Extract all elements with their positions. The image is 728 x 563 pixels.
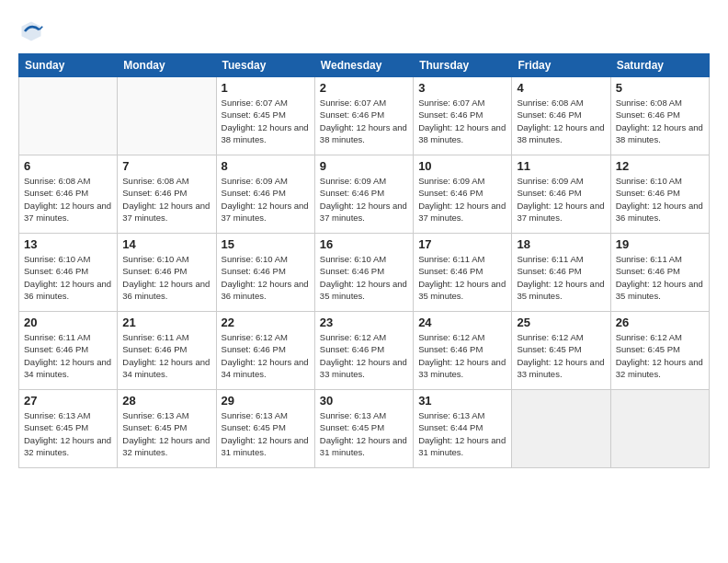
calendar-cell: 1Sunrise: 6:07 AM Sunset: 6:45 PM Daylig… [216, 77, 314, 155]
calendar-body: 1Sunrise: 6:07 AM Sunset: 6:45 PM Daylig… [19, 77, 710, 468]
day-info: Sunrise: 6:09 AM Sunset: 6:46 PM Dayligh… [517, 175, 605, 224]
calendar-cell: 26Sunrise: 6:12 AM Sunset: 6:45 PM Dayli… [610, 312, 709, 390]
calendar-cell: 4Sunrise: 6:08 AM Sunset: 6:46 PM Daylig… [512, 77, 610, 155]
day-info: Sunrise: 6:13 AM Sunset: 6:44 PM Dayligh… [418, 409, 506, 458]
calendar-cell: 10Sunrise: 6:09 AM Sunset: 6:46 PM Dayli… [414, 155, 512, 234]
day-info: Sunrise: 6:12 AM Sunset: 6:46 PM Dayligh… [222, 331, 310, 380]
day-number: 9 [320, 159, 408, 173]
day-number: 12 [616, 159, 704, 173]
calendar-cell: 22Sunrise: 6:12 AM Sunset: 6:46 PM Dayli… [216, 312, 314, 390]
calendar-cell: 15Sunrise: 6:10 AM Sunset: 6:46 PM Dayli… [216, 234, 314, 312]
weekday-header: Wednesday [314, 54, 413, 77]
day-info: Sunrise: 6:08 AM Sunset: 6:46 PM Dayligh… [616, 97, 704, 145]
day-number: 15 [222, 237, 310, 251]
day-number: 4 [517, 81, 605, 95]
day-info: Sunrise: 6:07 AM Sunset: 6:46 PM Dayligh… [320, 97, 408, 145]
calendar-cell: 23Sunrise: 6:12 AM Sunset: 6:46 PM Dayli… [314, 312, 413, 390]
calendar-cell: 30Sunrise: 6:13 AM Sunset: 6:45 PM Dayli… [314, 390, 413, 468]
page-header [18, 18, 710, 44]
calendar-cell [118, 77, 216, 155]
day-number: 17 [418, 237, 506, 251]
day-info: Sunrise: 6:07 AM Sunset: 6:45 PM Dayligh… [222, 97, 310, 145]
calendar-cell: 25Sunrise: 6:12 AM Sunset: 6:45 PM Dayli… [512, 312, 610, 390]
day-number: 24 [418, 316, 506, 329]
day-info: Sunrise: 6:11 AM Sunset: 6:46 PM Dayligh… [616, 253, 704, 302]
day-number: 20 [24, 316, 112, 329]
day-info: Sunrise: 6:08 AM Sunset: 6:46 PM Dayligh… [122, 175, 210, 224]
day-info: Sunrise: 6:10 AM Sunset: 6:46 PM Dayligh… [616, 175, 704, 224]
day-number: 26 [616, 316, 704, 329]
day-info: Sunrise: 6:09 AM Sunset: 6:46 PM Dayligh… [418, 175, 506, 224]
day-number: 28 [122, 394, 210, 408]
calendar-cell: 14Sunrise: 6:10 AM Sunset: 6:46 PM Dayli… [118, 234, 216, 312]
svg-marker-0 [22, 22, 41, 41]
day-info: Sunrise: 6:08 AM Sunset: 6:46 PM Dayligh… [24, 175, 112, 224]
day-number: 11 [517, 159, 605, 173]
day-info: Sunrise: 6:10 AM Sunset: 6:46 PM Dayligh… [122, 253, 210, 302]
day-info: Sunrise: 6:13 AM Sunset: 6:45 PM Dayligh… [24, 409, 112, 458]
calendar-cell: 20Sunrise: 6:11 AM Sunset: 6:46 PM Dayli… [19, 312, 118, 390]
calendar-cell [19, 77, 118, 155]
day-info: Sunrise: 6:09 AM Sunset: 6:46 PM Dayligh… [222, 175, 310, 224]
calendar-cell: 3Sunrise: 6:07 AM Sunset: 6:46 PM Daylig… [414, 77, 512, 155]
day-info: Sunrise: 6:11 AM Sunset: 6:46 PM Dayligh… [122, 331, 210, 380]
calendar-cell: 6Sunrise: 6:08 AM Sunset: 6:46 PM Daylig… [19, 155, 118, 234]
day-number: 5 [616, 81, 704, 95]
day-info: Sunrise: 6:13 AM Sunset: 6:45 PM Dayligh… [122, 409, 210, 458]
day-number: 1 [222, 81, 310, 95]
day-number: 2 [320, 81, 408, 95]
logo-icon [18, 18, 44, 44]
day-info: Sunrise: 6:12 AM Sunset: 6:45 PM Dayligh… [517, 331, 605, 380]
day-number: 7 [122, 159, 210, 173]
calendar-cell: 18Sunrise: 6:11 AM Sunset: 6:46 PM Dayli… [512, 234, 610, 312]
calendar-week-row: 13Sunrise: 6:10 AM Sunset: 6:46 PM Dayli… [19, 234, 710, 312]
day-info: Sunrise: 6:11 AM Sunset: 6:46 PM Dayligh… [24, 331, 112, 380]
calendar-cell: 31Sunrise: 6:13 AM Sunset: 6:44 PM Dayli… [414, 390, 512, 468]
calendar-cell [512, 390, 610, 468]
logo [18, 18, 48, 44]
calendar-cell: 24Sunrise: 6:12 AM Sunset: 6:46 PM Dayli… [414, 312, 512, 390]
calendar-cell: 7Sunrise: 6:08 AM Sunset: 6:46 PM Daylig… [118, 155, 216, 234]
calendar-cell: 16Sunrise: 6:10 AM Sunset: 6:46 PM Dayli… [314, 234, 413, 312]
calendar-cell: 11Sunrise: 6:09 AM Sunset: 6:46 PM Dayli… [512, 155, 610, 234]
day-number: 10 [418, 159, 506, 173]
weekday-header: Thursday [414, 54, 512, 77]
day-info: Sunrise: 6:09 AM Sunset: 6:46 PM Dayligh… [320, 175, 408, 224]
day-info: Sunrise: 6:11 AM Sunset: 6:46 PM Dayligh… [418, 253, 506, 302]
weekday-header: Tuesday [216, 54, 314, 77]
day-number: 31 [418, 394, 506, 408]
day-number: 23 [320, 316, 408, 329]
day-info: Sunrise: 6:10 AM Sunset: 6:46 PM Dayligh… [222, 253, 310, 302]
calendar-cell: 27Sunrise: 6:13 AM Sunset: 6:45 PM Dayli… [19, 390, 118, 468]
day-info: Sunrise: 6:10 AM Sunset: 6:46 PM Dayligh… [24, 253, 112, 302]
weekday-header: Saturday [610, 54, 709, 77]
day-info: Sunrise: 6:07 AM Sunset: 6:46 PM Dayligh… [418, 97, 506, 145]
day-info: Sunrise: 6:13 AM Sunset: 6:45 PM Dayligh… [222, 409, 310, 458]
day-number: 14 [122, 237, 210, 251]
day-number: 30 [320, 394, 408, 408]
day-number: 18 [517, 237, 605, 251]
day-number: 3 [418, 81, 506, 95]
day-info: Sunrise: 6:10 AM Sunset: 6:46 PM Dayligh… [320, 253, 408, 302]
calendar-cell: 8Sunrise: 6:09 AM Sunset: 6:46 PM Daylig… [216, 155, 314, 234]
day-info: Sunrise: 6:13 AM Sunset: 6:45 PM Dayligh… [320, 409, 408, 458]
day-number: 21 [122, 316, 210, 329]
day-number: 8 [222, 159, 310, 173]
weekday-header: Monday [118, 54, 216, 77]
calendar-cell: 2Sunrise: 6:07 AM Sunset: 6:46 PM Daylig… [314, 77, 413, 155]
day-number: 19 [616, 237, 704, 251]
calendar-cell: 19Sunrise: 6:11 AM Sunset: 6:46 PM Dayli… [610, 234, 709, 312]
day-number: 22 [222, 316, 310, 329]
calendar-week-row: 27Sunrise: 6:13 AM Sunset: 6:45 PM Dayli… [19, 390, 710, 468]
weekday-header: Friday [512, 54, 610, 77]
calendar-cell: 5Sunrise: 6:08 AM Sunset: 6:46 PM Daylig… [610, 77, 709, 155]
calendar-table: SundayMondayTuesdayWednesdayThursdayFrid… [18, 53, 710, 468]
weekday-header: Sunday [19, 54, 118, 77]
weekday-row: SundayMondayTuesdayWednesdayThursdayFrid… [19, 54, 710, 77]
calendar-cell: 21Sunrise: 6:11 AM Sunset: 6:46 PM Dayli… [118, 312, 216, 390]
day-info: Sunrise: 6:12 AM Sunset: 6:45 PM Dayligh… [616, 331, 704, 380]
calendar-week-row: 6Sunrise: 6:08 AM Sunset: 6:46 PM Daylig… [19, 155, 710, 234]
calendar-week-row: 1Sunrise: 6:07 AM Sunset: 6:45 PM Daylig… [19, 77, 710, 155]
day-info: Sunrise: 6:08 AM Sunset: 6:46 PM Dayligh… [517, 97, 605, 145]
calendar-cell: 29Sunrise: 6:13 AM Sunset: 6:45 PM Dayli… [216, 390, 314, 468]
